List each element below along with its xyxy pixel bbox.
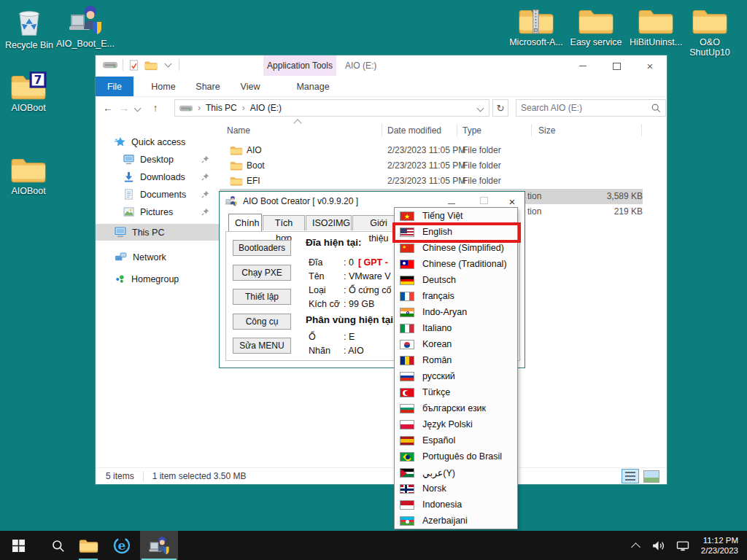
breadcrumb-this-pc[interactable]: This PC <box>206 103 237 113</box>
dialog-close-button[interactable]: × <box>500 195 525 208</box>
address-chevron-icon[interactable] <box>477 104 484 112</box>
tab-view[interactable]: View <box>230 77 271 96</box>
taskbar-clock[interactable]: 11:12 PM 2/23/2023 <box>701 535 738 556</box>
column-header-type[interactable]: Type <box>462 125 481 136</box>
column-header-name[interactable]: Name <box>227 125 250 136</box>
tab-share[interactable]: Share <box>186 77 230 96</box>
column-header-date-modified[interactable]: Date modified <box>387 125 441 136</box>
address-bar[interactable]: › This PC › AIO (E:) <box>174 99 489 117</box>
column-separator[interactable] <box>641 124 642 136</box>
close-button[interactable]: × <box>633 55 667 77</box>
column-separator[interactable] <box>382 124 382 136</box>
turkey-flag-icon <box>400 388 414 397</box>
dialog-maximize-button[interactable] <box>468 196 500 206</box>
language-option-portuguese-brazil[interactable]: Português do Brasil <box>395 448 517 464</box>
up-button[interactable]: ↑ <box>147 102 163 114</box>
column-separator[interactable] <box>457 124 457 136</box>
details-view-button[interactable] <box>622 469 639 483</box>
dialog-tab-tich-hop[interactable]: Tích hợp <box>263 215 305 230</box>
properties-icon[interactable] <box>128 60 139 71</box>
sidebar-item-homegroup[interactable]: Homegroup <box>96 271 220 287</box>
folder-icon <box>230 145 243 155</box>
qat-chevron-down-icon[interactable] <box>165 61 172 68</box>
language-option-russian[interactable]: русский <box>395 368 517 384</box>
thumbnail-view-button[interactable] <box>643 470 659 483</box>
dialog-tab-iso2img[interactable]: ISO2IMG <box>306 215 352 230</box>
column-separator[interactable] <box>531 124 532 136</box>
language-option-korean[interactable]: Korean <box>395 336 517 352</box>
new-folder-icon[interactable] <box>144 60 158 71</box>
language-option-chinese-traditional[interactable]: Chinese (Traditional) <box>395 256 517 272</box>
language-option-chinese-simplified[interactable]: Chinese (Simplified) <box>395 240 517 256</box>
sidebar-item-network[interactable]: Network <box>96 249 220 265</box>
table-row-aio[interactable]: AIO 2/23/2023 11:05 PM File folder <box>220 143 643 158</box>
network-icon[interactable] <box>676 540 690 551</box>
aio-mascot-icon <box>148 536 170 556</box>
language-option-polish[interactable]: Język Polski <box>395 416 517 432</box>
table-row-boot[interactable]: Boot 2/23/2023 11:05 PM File folder <box>220 158 643 174</box>
language-option-bulgarian[interactable]: български език <box>395 400 517 416</box>
language-option-azerbaijani[interactable]: Azerbaijani <box>395 513 517 529</box>
refresh-button[interactable]: ↻ <box>492 99 508 117</box>
taskbar-internet-explorer-button[interactable] <box>107 531 137 560</box>
desktop-icon-aioboot-folder[interactable]: AIOBoot <box>3 155 54 196</box>
language-option-german[interactable]: Deutsch <box>395 272 517 288</box>
tab-home[interactable]: Home <box>141 77 186 96</box>
desktop-icon-aioboot-archive[interactable]: AIOBoot <box>3 71 54 113</box>
dialog-minimize-button[interactable] <box>436 196 468 206</box>
language-option-indonesian[interactable]: Indonesia <box>395 497 517 513</box>
language-label: français <box>422 291 454 301</box>
sidebar-item-pictures[interactable]: Pictures <box>96 203 220 220</box>
settings-button[interactable]: Thiết lập <box>233 289 291 305</box>
tab-file[interactable]: File <box>96 77 133 96</box>
sidebar-item-downloads[interactable]: Downloads <box>96 168 220 185</box>
volume-icon[interactable] <box>651 540 665 551</box>
breadcrumb-current[interactable]: AIO (E:) <box>250 103 282 113</box>
sidebar-item-label: Documents <box>140 190 186 200</box>
taskbar-file-explorer-button[interactable] <box>73 531 104 560</box>
run-pxe-button[interactable]: Chạy PXE <box>233 265 291 281</box>
sidebar-item-label: Downloads <box>140 172 185 182</box>
desktop-icon-label: AIO_Boot_E... <box>56 39 115 49</box>
language-option-turkish[interactable]: Türkçe <box>395 384 517 400</box>
desktop-icon-microsoft-archive[interactable]: Microsoft-A... <box>506 6 567 47</box>
desktop-icon-recycle-bin[interactable]: Recycle Bin <box>4 6 54 50</box>
tray-chevron-up-icon[interactable] <box>631 542 640 552</box>
forward-button[interactable]: → <box>116 102 132 114</box>
sidebar-item-this-pc[interactable]: This PC <box>96 224 220 241</box>
language-option-vietnamese[interactable]: Tiếng Việt <box>395 208 517 224</box>
minimize-button[interactable] <box>566 55 600 77</box>
language-option-romanian[interactable]: Român <box>395 352 517 368</box>
column-header-size[interactable]: Size <box>538 125 555 136</box>
edit-menu-button[interactable]: Sửa MENU <box>233 338 291 354</box>
language-option-french[interactable]: français <box>395 288 517 304</box>
taskbar-search-button[interactable] <box>42 531 73 560</box>
bootloaders-button[interactable]: Bootloaders <box>233 240 291 256</box>
documents-icon <box>123 189 134 200</box>
maximize-button[interactable] <box>600 55 633 77</box>
start-button[interactable] <box>3 531 34 560</box>
sidebar-item-desktop[interactable]: Desktop <box>96 151 220 168</box>
language-option-indo-aryan[interactable]: Indo-Aryan <box>395 304 517 320</box>
tools-button[interactable]: Công cụ <box>233 314 291 330</box>
search-input[interactable]: Search AIO (E:) <box>516 99 666 117</box>
desktop-icon-hibituninstaller[interactable]: HiBitUninst... <box>625 6 686 47</box>
desktop-icon-easy-service[interactable]: Easy service <box>568 6 624 47</box>
tab-manage[interactable]: Manage <box>287 77 339 96</box>
language-option-spanish[interactable]: Español <box>395 432 517 448</box>
dialog-tab-chinh[interactable]: Chính <box>228 214 262 231</box>
language-option-norwegian[interactable]: Norsk <box>395 481 517 497</box>
desktop-icon-oo-shutup10[interactable]: O&O ShutUp10 <box>684 6 735 58</box>
language-option-arabic[interactable]: عربي(Y) <box>395 464 517 481</box>
sidebar-item-documents[interactable]: Documents <box>96 186 220 203</box>
language-option-english[interactable]: English <box>395 224 517 240</box>
desktop-icon-aio-boot-exe[interactable]: AIO_Boot_E... <box>54 4 117 49</box>
language-option-italian[interactable]: Italiano <box>395 320 517 336</box>
history-chevron-icon[interactable] <box>134 104 142 112</box>
back-button[interactable]: ← <box>100 102 116 114</box>
desktop-icon-label: HiBitUninst... <box>630 37 682 47</box>
taskbar-aio-boot-button[interactable] <box>140 531 178 560</box>
table-row-efi[interactable]: EFI 2/23/2023 11:05 PM File folder <box>220 174 643 189</box>
sidebar-item-quick-access[interactable]: Quick access <box>96 133 220 150</box>
contextual-tab-header: Application Tools <box>263 55 336 76</box>
